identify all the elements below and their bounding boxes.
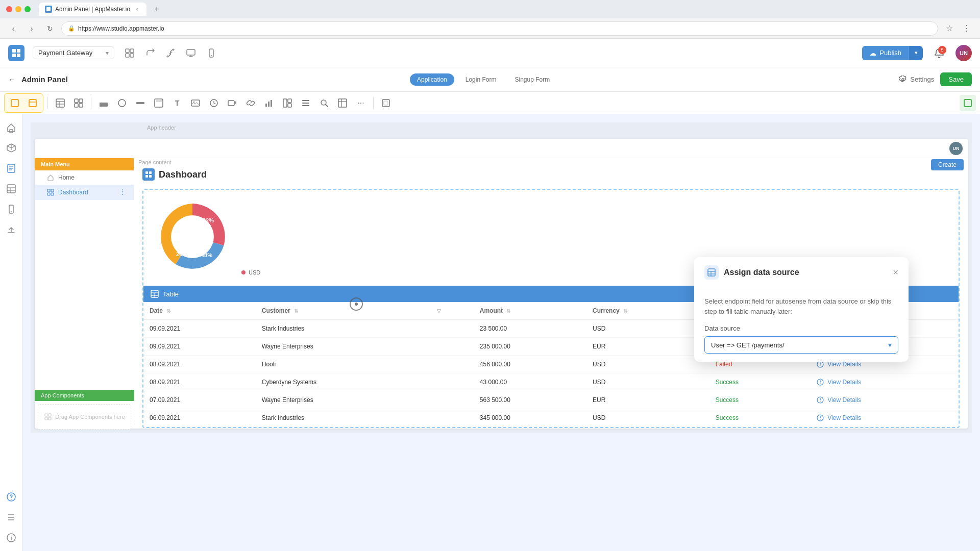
modal-datasource-select[interactable]: User => GET /payments/ ▾ bbox=[704, 336, 898, 354]
svg-rect-68 bbox=[48, 414, 51, 416]
nav-home-label: Home bbox=[58, 174, 75, 181]
back-button[interactable]: ‹ bbox=[6, 21, 20, 36]
toolbar-bar-icon[interactable] bbox=[95, 95, 112, 111]
sidebar-help-icon[interactable] bbox=[2, 488, 20, 506]
publish-dropdown-button[interactable]: ▾ bbox=[909, 46, 923, 60]
browser-tab[interactable]: Admin Panel | AppMaster.io × bbox=[39, 3, 146, 16]
tab-favicon-inner bbox=[46, 7, 51, 11]
currency-sort-icon[interactable]: ⇅ bbox=[623, 308, 627, 314]
canvas-area[interactable]: App header UN bbox=[22, 114, 980, 551]
address-bar[interactable]: 🔒 https://www.studio.appmaster.io bbox=[61, 21, 938, 36]
toolbar-widget-icon[interactable] bbox=[279, 95, 296, 111]
toolbar-grid-icon[interactable] bbox=[70, 95, 87, 111]
toolbar-frame-icon[interactable] bbox=[378, 95, 394, 111]
close-traffic-light[interactable] bbox=[6, 6, 12, 12]
svg-rect-66 bbox=[51, 193, 54, 195]
cell-actions: View Details bbox=[811, 391, 959, 409]
new-tab-button[interactable]: + bbox=[151, 3, 163, 15]
notifications-button[interactable]: 5 bbox=[931, 45, 947, 61]
toolbar-card-icon[interactable] bbox=[151, 95, 167, 111]
toolbar-divider-2 bbox=[91, 97, 91, 109]
cell-status: Success bbox=[709, 391, 811, 409]
tab-close-button[interactable]: × bbox=[133, 6, 140, 13]
table-row[interactable]: 07.09.2021 Wayne Enterprises 563 500.00 … bbox=[143, 391, 959, 409]
col-currency: Currency ⇅ bbox=[586, 302, 709, 320]
sidebar-cube-icon[interactable] bbox=[2, 139, 20, 157]
svg-rect-17 bbox=[79, 104, 83, 107]
tab-login-form[interactable]: Login Form bbox=[458, 73, 504, 86]
customer-sort-icon[interactable]: ⇅ bbox=[294, 308, 298, 314]
nav-dashboard-item[interactable]: Dashboard ⋮ bbox=[35, 185, 134, 200]
toolbar-circle-icon[interactable] bbox=[114, 95, 130, 111]
nav-home-item[interactable]: Home bbox=[35, 170, 134, 185]
more-options-icon[interactable]: ⋮ bbox=[960, 21, 974, 36]
bookmark-icon[interactable]: ☆ bbox=[942, 21, 957, 36]
cell-date: 08.09.2021 bbox=[143, 373, 256, 391]
modal-title-icon bbox=[704, 265, 719, 280]
toolbar-active-green[interactable] bbox=[960, 95, 976, 111]
sidebar-table-icon[interactable] bbox=[2, 180, 20, 198]
settings-button[interactable]: Settings bbox=[899, 76, 934, 84]
grid-icon[interactable] bbox=[122, 46, 137, 60]
sidebar-list2-icon[interactable] bbox=[2, 508, 20, 527]
share-icon[interactable] bbox=[143, 46, 157, 60]
tab-favicon bbox=[45, 6, 52, 13]
sidebar-info-icon[interactable] bbox=[2, 529, 20, 547]
toolbar-video-icon[interactable] bbox=[224, 95, 240, 111]
toolbar-box-icon[interactable] bbox=[7, 95, 23, 111]
project-selector[interactable]: Payment Gateway ▾ bbox=[33, 46, 114, 59]
status-badge: Failed bbox=[716, 361, 732, 368]
tab-signup-form[interactable]: Singup Form bbox=[507, 73, 557, 86]
toolbar-star-icon[interactable] bbox=[206, 95, 222, 111]
create-button[interactable]: Create bbox=[931, 159, 964, 170]
toolbar-more-icon[interactable]: ··· bbox=[353, 95, 369, 111]
view-details-link[interactable]: View Details bbox=[817, 414, 952, 421]
maximize-traffic-light[interactable] bbox=[24, 6, 31, 12]
save-button[interactable]: Save bbox=[940, 72, 972, 86]
page-back-button[interactable]: ← bbox=[8, 76, 15, 84]
view-details-link[interactable]: View Details bbox=[817, 379, 952, 386]
view-details-link[interactable]: View Details bbox=[817, 361, 952, 368]
toolbar-link-icon[interactable] bbox=[242, 95, 259, 111]
minimize-traffic-light[interactable] bbox=[15, 6, 21, 12]
toolbar-text-icon[interactable]: T bbox=[169, 95, 185, 111]
tab-application[interactable]: Application bbox=[410, 73, 454, 86]
cell-actions: View Details bbox=[811, 373, 959, 391]
sidebar-mobile-icon[interactable] bbox=[2, 200, 20, 218]
toolbar-fulltable-icon[interactable] bbox=[334, 95, 351, 111]
toolbar-divbar-icon[interactable] bbox=[132, 95, 149, 111]
amount-sort-icon[interactable]: ⇅ bbox=[506, 308, 510, 314]
component-toolbar: T bbox=[0, 92, 980, 114]
cell-amount: 456 000.00 bbox=[474, 356, 586, 373]
modal-close-button[interactable]: × bbox=[893, 267, 898, 278]
table-row[interactable]: 08.09.2021 Cyberdyne Systems 43 000.00 U… bbox=[143, 373, 959, 391]
publish-main-button[interactable]: ☁ Publish bbox=[862, 46, 909, 60]
toolbar-chart-icon[interactable] bbox=[261, 95, 277, 111]
logo-grid bbox=[12, 49, 20, 57]
sidebar-pages-icon[interactable] bbox=[2, 159, 20, 178]
sidebar-home-icon[interactable] bbox=[2, 118, 20, 137]
toolbar-image-icon[interactable] bbox=[187, 95, 204, 111]
col-customer: Customer ⇅ bbox=[256, 302, 431, 320]
toolbar-search-icon[interactable] bbox=[316, 95, 332, 111]
view-details-link[interactable]: View Details bbox=[817, 396, 952, 404]
sidebar-item-more-icon[interactable]: ⋮ bbox=[119, 188, 128, 196]
table-row[interactable]: 06.09.2021 Stark Industries 345 000.00 U… bbox=[143, 409, 959, 427]
refresh-button[interactable]: ↻ bbox=[43, 21, 57, 36]
filter-icon[interactable]: ▽ bbox=[437, 308, 441, 314]
toolbar-box2-icon[interactable] bbox=[24, 95, 41, 111]
sidebar-deploy-icon[interactable] bbox=[2, 220, 20, 239]
link-icon[interactable] bbox=[163, 46, 178, 60]
toolbar-table-icon[interactable] bbox=[52, 95, 68, 111]
date-sort-icon[interactable]: ⇅ bbox=[166, 308, 170, 314]
user-avatar[interactable]: UN bbox=[955, 45, 972, 61]
desktop-icon[interactable] bbox=[184, 46, 198, 60]
svg-rect-27 bbox=[265, 104, 267, 107]
toolbar-list-icon[interactable] bbox=[298, 95, 314, 111]
status-badge: Success bbox=[716, 414, 739, 421]
forward-button[interactable]: › bbox=[24, 21, 39, 36]
svg-rect-7 bbox=[11, 99, 18, 107]
mobile-icon[interactable] bbox=[204, 46, 218, 60]
cell-empty bbox=[431, 338, 474, 356]
drag-components-area[interactable]: Drag App Components here bbox=[38, 404, 131, 429]
